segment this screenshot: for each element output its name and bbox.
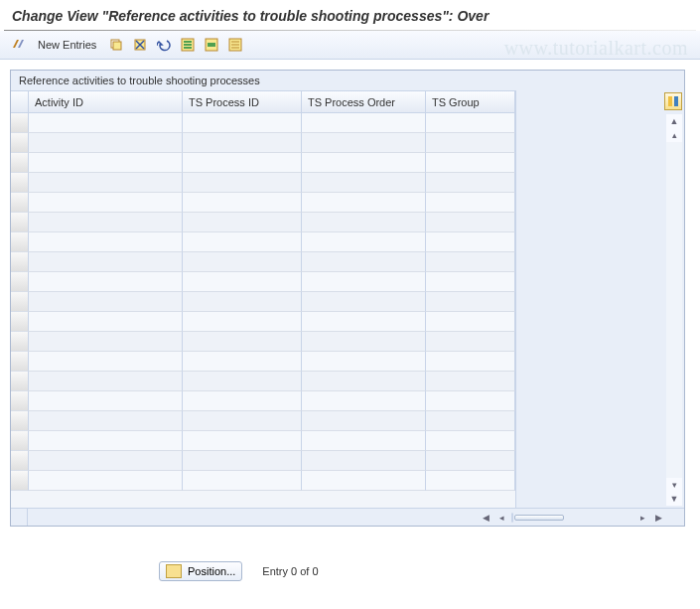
cell-process-order[interactable]	[302, 173, 426, 193]
scroll-down-icon[interactable]: ▼	[666, 492, 682, 506]
cell-activity-id[interactable]	[29, 451, 183, 471]
cell-group[interactable]	[426, 173, 515, 193]
select-block-icon[interactable]	[204, 37, 219, 53]
row-selector[interactable]	[11, 252, 29, 272]
hscroll-thumb[interactable]	[514, 515, 564, 521]
cell-process-id[interactable]	[183, 332, 302, 352]
table-settings-icon[interactable]	[664, 92, 682, 110]
row-selector[interactable]	[11, 431, 29, 451]
cell-group[interactable]	[426, 153, 515, 173]
cell-group[interactable]	[426, 252, 515, 272]
cell-group[interactable]	[426, 232, 515, 252]
cell-activity-id[interactable]	[29, 352, 183, 372]
cell-activity-id[interactable]	[29, 153, 183, 173]
cell-activity-id[interactable]	[29, 332, 183, 352]
col-header-process-order[interactable]: TS Process Order	[302, 91, 426, 113]
scroll-right-last-icon[interactable]: ▶	[652, 512, 664, 524]
cell-group[interactable]	[426, 312, 515, 332]
cell-process-id[interactable]	[183, 173, 302, 193]
cell-group[interactable]	[426, 332, 515, 352]
scroll-left-first-icon[interactable]: ◀	[480, 512, 491, 524]
cell-activity-id[interactable]	[29, 213, 183, 232]
row-selector[interactable]	[11, 391, 29, 411]
cell-process-id[interactable]	[183, 312, 302, 332]
cell-process-id[interactable]	[183, 292, 302, 312]
cell-group[interactable]	[426, 213, 515, 232]
cell-process-order[interactable]	[302, 471, 426, 491]
cell-process-order[interactable]	[302, 332, 426, 352]
cell-process-id[interactable]	[183, 411, 302, 431]
cell-activity-id[interactable]	[29, 173, 183, 193]
row-selector[interactable]	[11, 193, 29, 213]
cell-process-id[interactable]	[183, 372, 302, 391]
cell-activity-id[interactable]	[29, 133, 183, 153]
row-selector[interactable]	[11, 232, 29, 252]
cell-process-order[interactable]	[302, 193, 426, 213]
cell-process-order[interactable]	[302, 312, 426, 332]
cell-process-order[interactable]	[302, 153, 426, 173]
cell-process-order[interactable]	[302, 113, 426, 133]
cell-process-order[interactable]	[302, 372, 426, 391]
row-selector[interactable]	[11, 332, 29, 352]
cell-activity-id[interactable]	[29, 292, 183, 312]
cell-process-id[interactable]	[183, 451, 302, 471]
scroll-down-icon-2[interactable]: ▾	[666, 478, 682, 492]
cell-process-order[interactable]	[302, 352, 426, 372]
scroll-up-icon[interactable]: ▲	[666, 114, 682, 128]
cell-activity-id[interactable]	[29, 193, 183, 213]
row-selector[interactable]	[11, 213, 29, 232]
toggle-display-icon[interactable]	[10, 37, 26, 53]
row-selector[interactable]	[11, 372, 29, 391]
row-selector[interactable]	[11, 113, 29, 133]
cell-process-order[interactable]	[302, 391, 426, 411]
new-entries-button[interactable]: New Entries	[34, 39, 100, 51]
position-button[interactable]: Position...	[159, 561, 242, 581]
vertical-scrollbar[interactable]: ▲ ▴ ▾ ▼	[666, 114, 682, 506]
cell-process-id[interactable]	[183, 113, 302, 133]
cell-activity-id[interactable]	[29, 471, 183, 491]
col-header-group[interactable]: TS Group	[426, 91, 515, 113]
cell-process-id[interactable]	[183, 391, 302, 411]
cell-activity-id[interactable]	[29, 411, 183, 431]
cell-process-order[interactable]	[302, 252, 426, 272]
cell-group[interactable]	[426, 292, 515, 312]
cell-process-order[interactable]	[302, 272, 426, 292]
cell-activity-id[interactable]	[29, 232, 183, 252]
cell-group[interactable]	[426, 352, 515, 372]
cell-process-order[interactable]	[302, 411, 426, 431]
row-selector[interactable]	[11, 411, 29, 431]
cell-process-order[interactable]	[302, 133, 426, 153]
row-selector[interactable]	[11, 272, 29, 292]
cell-group[interactable]	[426, 372, 515, 391]
deselect-all-icon[interactable]	[227, 37, 243, 53]
undo-icon[interactable]	[156, 37, 172, 53]
cell-activity-id[interactable]	[29, 312, 183, 332]
cell-process-order[interactable]	[302, 292, 426, 312]
col-header-activity-id[interactable]: Activity ID	[29, 91, 183, 113]
cell-process-id[interactable]	[183, 193, 302, 213]
cell-group[interactable]	[426, 272, 515, 292]
cell-process-order[interactable]	[302, 232, 426, 252]
row-selector[interactable]	[11, 173, 29, 193]
row-selector[interactable]	[11, 292, 29, 312]
cell-process-id[interactable]	[183, 352, 302, 372]
cell-process-order[interactable]	[302, 213, 426, 232]
cell-process-id[interactable]	[183, 213, 302, 232]
cell-process-order[interactable]	[302, 451, 426, 471]
select-all-rows[interactable]	[11, 91, 29, 113]
row-selector[interactable]	[11, 133, 29, 153]
cell-group[interactable]	[426, 391, 515, 411]
row-selector[interactable]	[11, 451, 29, 471]
cell-group[interactable]	[426, 431, 515, 451]
cell-process-id[interactable]	[183, 471, 302, 491]
cell-process-id[interactable]	[183, 431, 302, 451]
cell-process-id[interactable]	[183, 133, 302, 153]
cell-activity-id[interactable]	[29, 431, 183, 451]
cell-group[interactable]	[426, 451, 515, 471]
row-selector[interactable]	[11, 153, 29, 173]
select-all-icon[interactable]	[180, 37, 196, 53]
copy-icon[interactable]	[108, 37, 124, 53]
row-selector[interactable]	[11, 312, 29, 332]
cell-group[interactable]	[426, 133, 515, 153]
scroll-right-icon[interactable]: ▸	[636, 512, 648, 524]
